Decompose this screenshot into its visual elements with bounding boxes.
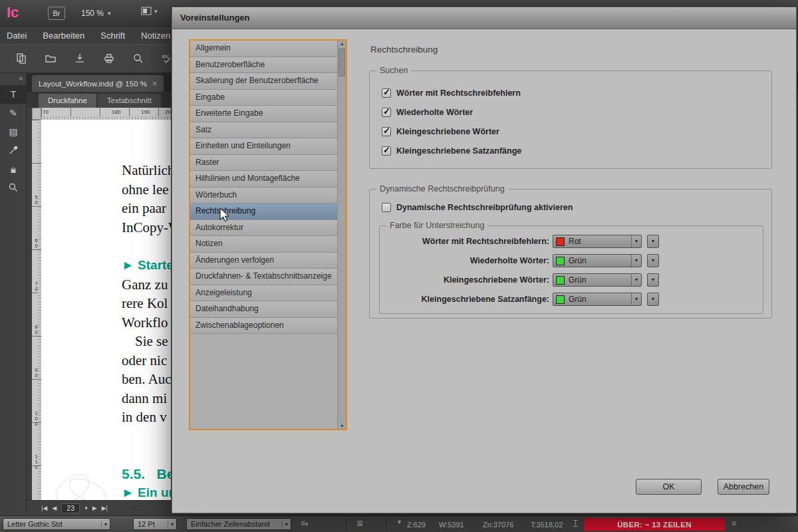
menu-item[interactable]: Notizen: [141, 31, 170, 41]
expand-panel-icon[interactable]: »: [0, 73, 26, 85]
color-select[interactable]: Rot ▾: [553, 235, 642, 248]
group-title: Dynamische Rechtschreibprüfung: [376, 184, 508, 194]
next-page-button[interactable]: ▶: [92, 505, 97, 511]
zoom-tool[interactable]: [0, 178, 27, 197]
tracking-icon[interactable]: ≡▾: [301, 519, 309, 528]
incopy-logo: Ic: [7, 4, 19, 21]
leading-select[interactable]: Einfacher Zeilenabstand ▾: [186, 518, 291, 530]
color-dropdown-button[interactable]: ▾: [647, 273, 659, 287]
zoom-level-dropdown[interactable]: 150 % ▾: [78, 7, 114, 20]
preference-category[interactable]: Raster: [190, 155, 337, 172]
preference-category[interactable]: Einheiten und Einteilungen: [190, 138, 337, 155]
mouse-cursor: [219, 207, 234, 223]
checkbox[interactable]: [382, 146, 391, 156]
preference-category[interactable]: Dateihandhabung: [190, 301, 337, 318]
color-swatch: [556, 276, 565, 285]
eyedropper-tool[interactable]: [0, 141, 27, 160]
color-select[interactable]: Grün ▾: [553, 254, 642, 267]
color-dropdown-button[interactable]: ▾: [647, 293, 659, 306]
divider: [346, 518, 346, 530]
type-tool[interactable]: T: [0, 85, 27, 104]
cancel-button[interactable]: Abbrechen: [718, 479, 769, 495]
checkbox[interactable]: [382, 88, 391, 98]
pencil-tool[interactable]: ✎: [0, 104, 27, 122]
print-icon[interactable]: [102, 52, 116, 65]
font-size-select[interactable]: 12 Pt ▾: [133, 518, 177, 530]
color-swatch: [556, 237, 565, 246]
preferences-category-list: AllgemeinBenutzeroberflächeSkalierung de…: [189, 39, 347, 430]
preference-category[interactable]: Notizen: [190, 236, 337, 253]
scrollbar-thumb[interactable]: [338, 49, 345, 76]
chevron-down-icon: ▾: [631, 255, 641, 267]
chevron-down-icon[interactable]: ▾: [84, 505, 88, 511]
font-family-select[interactable]: Letter Gothic Std ▾: [3, 518, 110, 530]
screen-mode-button[interactable]: ▾: [141, 7, 158, 16]
hand-tool[interactable]: [0, 160, 27, 178]
preference-category[interactable]: Änderungen verfolgen: [190, 253, 337, 269]
magnifier-icon: [8, 182, 19, 193]
close-icon[interactable]: ×: [152, 79, 157, 88]
preference-category[interactable]: Skalierung der Benutzeroberfläche: [190, 73, 337, 90]
checkbox-row: Kleingeschriebene Satzanfänge: [382, 146, 521, 156]
last-page-button[interactable]: ▶|: [102, 505, 108, 511]
stat-characters: Zn:37076: [483, 521, 513, 529]
dynamic-spellcheck-checkbox[interactable]: [382, 203, 391, 212]
preference-category[interactable]: Rechtschreibung: [190, 203, 337, 220]
preference-category[interactable]: Druckfahnen- & Textabschnittsanzeige: [190, 269, 337, 285]
menu-item[interactable]: Bearbeiten: [43, 31, 84, 41]
overset-warning-badge: ÜBER: ~ 13 ZEILEN: [584, 518, 725, 531]
preference-category[interactable]: Hilfslinien und Montagefläche: [190, 171, 337, 188]
view-tab[interactable]: Druckfahne: [39, 94, 96, 108]
view-tab[interactable]: Textabschnitt: [98, 94, 161, 108]
color-dropdown-button[interactable]: ▾: [647, 254, 659, 267]
divider: [386, 518, 386, 530]
color-value: Grün: [565, 256, 631, 265]
new-document-icon[interactable]: [15, 52, 28, 65]
scroll-up-icon[interactable]: ▲: [338, 41, 346, 46]
text-depth-icon: ▼: [396, 519, 402, 525]
chevron-down-icon: ▾: [631, 293, 641, 305]
checkbox[interactable]: [382, 108, 391, 117]
preference-category[interactable]: Benutzeroberfläche: [190, 57, 337, 74]
preference-category[interactable]: Zwischenablageoptionen: [190, 318, 337, 334]
previous-page-button[interactable]: ◀: [52, 505, 57, 511]
menu-item[interactable]: Datei: [7, 31, 27, 41]
scroll-down-icon[interactable]: ▼: [338, 424, 346, 428]
chevron-down-icon: ▾: [631, 235, 641, 247]
chevron-down-icon: ▾: [168, 521, 176, 527]
preference-category[interactable]: Anzeigeleistung: [190, 285, 337, 302]
checkbox-label: Wiederholte Wörter: [396, 108, 473, 117]
page-number-field[interactable]: 23: [61, 503, 80, 513]
preference-category[interactable]: Wörterbuch: [190, 188, 337, 204]
alignment-icon[interactable]: ≣: [356, 519, 363, 528]
ok-button[interactable]: OK: [636, 479, 702, 495]
color-value: Grün: [565, 295, 631, 304]
color-select[interactable]: Grün ▾: [553, 273, 642, 287]
ruler-number: 70: [33, 281, 39, 291]
color-select[interactable]: Grün ▾: [553, 293, 642, 306]
stat-lines: Z:629: [407, 521, 426, 529]
color-dropdown-button[interactable]: ▾: [647, 235, 659, 248]
checkbox-row: Wiederholte Wörter: [382, 108, 473, 117]
open-folder-icon[interactable]: [44, 52, 57, 65]
preference-category[interactable]: Autokorrektur: [190, 220, 337, 237]
color-option-row: Kleingeschriebene Wörter: Grün ▾ ▾: [380, 273, 763, 293]
search-icon[interactable]: [132, 52, 145, 65]
list-scrollbar[interactable]: ▲ ▼: [337, 41, 346, 429]
tools-panel: » T ✎ ▤: [0, 73, 27, 515]
checkbox[interactable]: [382, 127, 391, 136]
preference-category[interactable]: Satz: [190, 122, 337, 139]
menu-item[interactable]: Schrift: [100, 31, 125, 41]
menu-icon[interactable]: ≡: [732, 519, 736, 528]
dialog-titlebar[interactable]: Voreinstellungen: [172, 7, 796, 29]
checkbox-label: Dynamische Rechtschreibprüfung aktiviere…: [396, 203, 573, 212]
document-tab[interactable]: Layout_Workflow.indd @ 150 % ×: [32, 75, 164, 92]
preference-category[interactable]: Erweiterte Eingabe: [190, 106, 337, 122]
preference-category[interactable]: Eingabe: [190, 90, 337, 106]
save-icon[interactable]: [73, 52, 86, 65]
note-tool[interactable]: ▤: [0, 122, 27, 141]
bridge-button[interactable]: Br: [48, 7, 65, 20]
preference-category[interactable]: Allgemein: [190, 41, 337, 57]
zoom-level-value: 150 %: [81, 9, 104, 18]
first-page-button[interactable]: |◀: [41, 505, 47, 511]
